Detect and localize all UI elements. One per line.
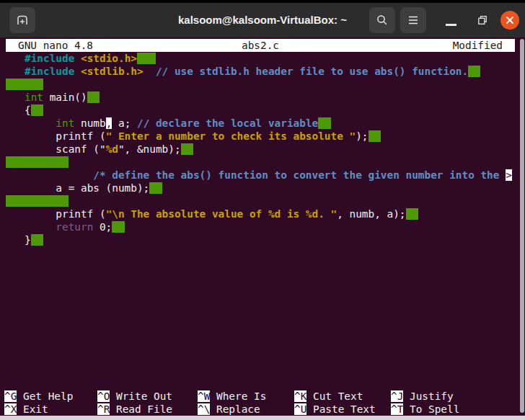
code-token: { xyxy=(6,104,31,116)
code-token: ", &numb); xyxy=(118,143,181,155)
shortcut-label: Exit xyxy=(17,403,48,415)
window-title: kalsoom@kalsoom-VirtualBox: ~ xyxy=(0,3,525,37)
shortcut-row: ^X Exit^R Read File^\ Replace^U Paste Te… xyxy=(0,403,525,416)
restore-window-icon xyxy=(477,14,488,26)
menu-shortcut-replace: ^\ Replace xyxy=(198,403,260,416)
terminal-window: kalsoom@kalsoom-VirtualBox: ~ xyxy=(0,0,525,420)
code-token xyxy=(6,221,56,233)
code-token xyxy=(74,66,81,77)
code-token: main() xyxy=(43,91,87,103)
shortcut-key: ^K xyxy=(294,390,306,402)
code-token: 0; xyxy=(93,221,112,233)
close-button[interactable] xyxy=(500,11,519,30)
menu-shortcut-cut-text: ^K Cut Text xyxy=(294,390,363,403)
code-token: /* define the abs() function to convert … xyxy=(93,169,506,181)
code-line: printf ("\n The absolute value of %d is … xyxy=(6,207,525,220)
code-token xyxy=(6,53,25,64)
trailing-whitespace-block xyxy=(406,208,418,220)
shortcut-label: Read File xyxy=(110,403,172,415)
trailing-whitespace-block xyxy=(181,143,193,155)
trailing-whitespace-block xyxy=(149,182,162,194)
nano-shortcut-menu: ^G Get Help^O Write Out^W Where Is^K Cut… xyxy=(0,390,525,416)
code-line: } xyxy=(6,233,525,246)
trailing-whitespace-block xyxy=(468,66,480,77)
code-token xyxy=(6,117,56,129)
code-token: } xyxy=(6,234,31,246)
shortcut-label: Paste Text xyxy=(306,403,375,415)
new-tab-icon xyxy=(16,14,29,27)
titlebar: kalsoom@kalsoom-VirtualBox: ~ xyxy=(0,0,525,37)
code-token: printf ( xyxy=(6,130,106,142)
code-line xyxy=(6,156,525,169)
hamburger-menu-icon xyxy=(407,14,420,27)
search-button[interactable] xyxy=(369,7,395,33)
shortcut-key: ^\ xyxy=(198,403,210,415)
trailing-whitespace-block xyxy=(112,221,124,233)
code-token xyxy=(144,66,156,77)
shortcut-key: ^U xyxy=(294,403,306,415)
code-token xyxy=(6,91,25,103)
restore-window-button[interactable] xyxy=(477,14,488,26)
shortcut-key: ^X xyxy=(4,403,17,415)
code-token: // declare the local variable xyxy=(137,117,318,129)
line-wrap-marker: > xyxy=(506,169,512,181)
menu-shortcut-paste-text: ^U Paste Text xyxy=(294,403,376,416)
trailing-whitespace-block xyxy=(31,234,43,246)
shortcut-key: ^O xyxy=(97,390,110,402)
menu-shortcut-get-help: ^G Get Help xyxy=(4,390,73,403)
window-bottom-edge xyxy=(0,416,525,420)
code-token: int xyxy=(56,117,74,129)
code-token: " Enter a number to check its absolute " xyxy=(106,130,356,142)
code-token: , numb, a); xyxy=(337,208,405,220)
code-token: int xyxy=(25,91,43,103)
shortcut-key: ^R xyxy=(97,403,110,415)
code-line: #include <stdlib.h> // use stdlib.h head… xyxy=(6,65,525,78)
code-token: return xyxy=(56,221,93,233)
search-icon xyxy=(376,14,389,27)
code-token: <stdlib.h> xyxy=(81,66,144,77)
trailing-whitespace-block xyxy=(369,130,381,142)
code-line: #include <stdio.h> xyxy=(6,52,525,65)
minimize-button[interactable] xyxy=(446,24,456,26)
menu-shortcut-exit: ^X Exit xyxy=(4,403,48,416)
code-token: #include xyxy=(25,53,74,64)
code-line: /* define the abs() function to convert … xyxy=(6,169,525,182)
code-line: return 0; xyxy=(6,220,525,233)
menu-shortcut-to-spell: ^T To Spell xyxy=(391,403,459,416)
nano-modified-status: Modified xyxy=(279,39,515,52)
code-line: { xyxy=(6,104,525,117)
shortcut-key: ^T xyxy=(391,403,403,415)
code-token: numb xyxy=(74,117,105,129)
shortcut-key: ^J xyxy=(391,390,403,402)
shortcut-label: Justify xyxy=(403,390,453,402)
terminal-screen[interactable]: GNU nano 4.8 abs2.c Modified #include <s… xyxy=(0,37,525,416)
code-line: scanf ("%d", &numb); xyxy=(6,143,525,156)
code-line xyxy=(6,78,525,91)
nano-filename: abs2.c xyxy=(242,39,279,52)
code-token: a = abs (numb); xyxy=(6,182,149,194)
code-token xyxy=(74,53,81,64)
menu-shortcut-write-out: ^O Write Out xyxy=(97,390,172,403)
new-tab-button[interactable] xyxy=(9,7,35,33)
code-token xyxy=(6,169,93,181)
code-line: int numb, a; // declare the local variab… xyxy=(6,117,525,130)
shortcut-key: ^W xyxy=(198,390,210,402)
shortcut-label: Get Help xyxy=(17,390,73,402)
app-menu-button[interactable] xyxy=(400,7,426,33)
code-token: %d xyxy=(106,143,118,155)
code-token: scanf (" xyxy=(6,143,106,155)
shortcut-label: Replace xyxy=(210,403,260,415)
shortcut-key: ^G xyxy=(4,390,17,402)
code-token: ); xyxy=(356,130,368,142)
scrollbar[interactable] xyxy=(520,39,524,413)
text-cursor: , xyxy=(106,117,112,129)
code-line: int main() xyxy=(6,91,525,104)
code-token: printf ( xyxy=(6,208,106,220)
close-icon xyxy=(506,16,514,24)
nano-titlebar: GNU nano 4.8 abs2.c Modified xyxy=(6,39,515,52)
menu-shortcut-read-file: ^R Read File xyxy=(97,403,172,416)
code-token: <stdio.h> xyxy=(81,53,137,64)
shortcut-row: ^G Get Help^O Write Out^W Where Is^K Cut… xyxy=(0,390,525,403)
nano-version: GNU nano 4.8 xyxy=(6,39,242,52)
trailing-whitespace-block xyxy=(87,91,100,103)
